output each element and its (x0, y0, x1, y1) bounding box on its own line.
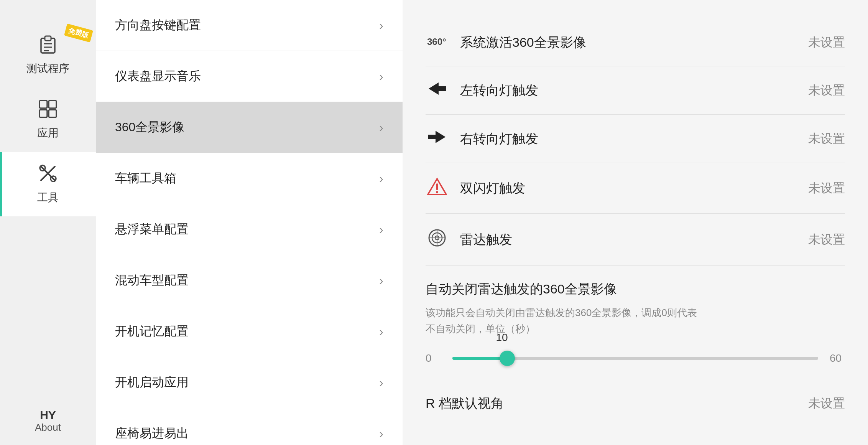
free-badge: 免费版 (64, 23, 93, 42)
arrow-boot-app: › (379, 376, 383, 390)
label-right-turn: 右转向灯触发 (460, 130, 538, 148)
label-left-turn: 左转向灯触发 (460, 82, 538, 99)
about-title: HY (40, 409, 56, 422)
label-radar: 雷达触发 (460, 231, 512, 249)
menu-item-floating[interactable]: 悬浮菜单配置 › (96, 204, 403, 255)
svg-text:360°: 360° (427, 36, 446, 47)
apps-icon (38, 99, 58, 122)
menu-item-steering[interactable]: 方向盘按键配置 › (96, 0, 403, 51)
menu-item-boot-app[interactable]: 开机启动应用 › (96, 357, 403, 408)
svg-rect-7 (39, 110, 47, 117)
value-left-turn: 未设置 (808, 82, 845, 99)
label-hazard: 双闪灯触发 (460, 180, 525, 197)
menu-item-boot-memory[interactable]: 开机记忆配置 › (96, 306, 403, 357)
menu-label-panorama: 360全景影像 (115, 119, 184, 136)
arrow-seat: › (379, 427, 383, 441)
menu-item-panorama[interactable]: 360全景影像 › (96, 102, 403, 153)
icon-arrow-left (426, 81, 449, 100)
sidebar: 免费版 测试程序 应用 (0, 0, 96, 445)
menu-label-toolbox: 车辆工具箱 (115, 170, 176, 187)
setting-left-activate-360: 360° 系统激活360全景影像 (426, 34, 586, 51)
value-hazard: 未设置 (808, 180, 845, 197)
menu-item-toolbox[interactable]: 车辆工具箱 › (96, 153, 403, 204)
sidebar-item-tools[interactable]: 工具 (0, 152, 96, 216)
value-activate-360: 未设置 (808, 34, 845, 51)
menu-item-hybrid[interactable]: 混动车型配置 › (96, 255, 403, 306)
menu-label-seat: 座椅易进易出 (115, 425, 189, 442)
setting-left-hazard: 双闪灯触发 (426, 178, 525, 199)
arrow-floating: › (379, 222, 383, 237)
auto-close-section: 自动关闭雷达触发的360全景影像 该功能只会自动关闭由雷达触发的360全景影像，… (426, 266, 845, 380)
auto-close-desc: 该功能只会自动关闭由雷达触发的360全景影像，调成0则代表不自动关闭，单位（秒） (426, 305, 845, 337)
tools-icon (38, 163, 58, 186)
menu-label-hybrid: 混动车型配置 (115, 272, 189, 289)
setting-radar[interactable]: 雷达触发 未设置 (426, 214, 845, 266)
sidebar-label-test: 测试程序 (26, 61, 69, 76)
svg-rect-6 (49, 101, 56, 108)
value-r-gear: 未设置 (808, 395, 845, 412)
menu-item-dashboard[interactable]: 仪表盘显示音乐 › (96, 51, 403, 102)
icon-360: 360° (426, 34, 449, 51)
setting-right-turn[interactable]: 右转向灯触发 未设置 (426, 115, 845, 163)
setting-hazard[interactable]: 双闪灯触发 未设置 (426, 163, 845, 214)
menu-label-steering: 方向盘按键配置 (115, 17, 201, 34)
setting-left-right-turn: 右转向灯触发 (426, 129, 538, 148)
svg-rect-8 (49, 110, 56, 117)
svg-rect-15 (438, 86, 446, 91)
value-right-turn: 未设置 (808, 130, 845, 147)
icon-radar (426, 228, 449, 251)
icon-warning (426, 178, 449, 199)
auto-close-title: 自动关闭雷达触发的360全景影像 (426, 280, 845, 298)
setting-r-gear[interactable]: R 档默认视角 未设置 (426, 380, 845, 427)
svg-rect-17 (428, 135, 436, 139)
arrow-panorama: › (379, 120, 383, 135)
value-radar: 未设置 (808, 231, 845, 248)
sidebar-item-test[interactable]: 免费版 测试程序 (0, 23, 96, 87)
menu-label-dashboard: 仪表盘显示音乐 (115, 68, 201, 85)
slider-current-value: 10 (496, 331, 508, 344)
icon-arrow-right (426, 129, 449, 148)
menu-label-boot-memory: 开机记忆配置 (115, 323, 189, 340)
svg-rect-1 (45, 36, 51, 41)
sidebar-about[interactable]: HY About (0, 397, 96, 445)
slider-min: 0 (426, 352, 441, 364)
setting-activate-360[interactable]: 360° 系统激活360全景影像 未设置 (426, 19, 845, 66)
sidebar-item-apps[interactable]: 应用 (0, 87, 96, 152)
slider-container: 0 10 60 (426, 352, 845, 364)
svg-point-20 (436, 191, 438, 193)
menu-label-floating: 悬浮菜单配置 (115, 221, 189, 238)
svg-marker-14 (429, 82, 439, 95)
active-indicator (0, 152, 2, 216)
sidebar-label-tools: 工具 (37, 190, 59, 205)
arrow-hybrid: › (379, 274, 383, 288)
slider-track[interactable]: 10 (452, 357, 818, 360)
svg-rect-5 (39, 101, 47, 108)
about-subtitle: About (35, 422, 61, 433)
slider-max: 60 (830, 352, 845, 364)
sidebar-label-apps: 应用 (37, 126, 59, 140)
arrow-boot-memory: › (379, 325, 383, 339)
label-activate-360: 系统激活360全景影像 (460, 34, 586, 51)
setting-left-radar: 雷达触发 (426, 228, 512, 251)
setting-left-left-turn: 左转向灯触发 (426, 81, 538, 100)
setting-left-r-gear: R 档默认视角 (426, 395, 504, 412)
slider-fill (452, 357, 507, 360)
slider-thumb[interactable]: 10 (500, 351, 515, 366)
arrow-dashboard: › (379, 69, 383, 84)
setting-left-turn[interactable]: 左转向灯触发 未设置 (426, 66, 845, 115)
menu-item-seat[interactable]: 座椅易进易出 › (96, 408, 403, 445)
svg-marker-16 (436, 131, 446, 143)
label-r-gear: R 档默认视角 (426, 395, 504, 412)
right-panel: 360° 系统激活360全景影像 未设置 左转向灯触发 未设置 (403, 0, 868, 445)
menu-label-boot-app: 开机启动应用 (115, 374, 189, 391)
test-icon (38, 35, 58, 58)
arrow-toolbox: › (379, 171, 383, 186)
arrow-steering: › (379, 18, 383, 33)
menu-panel: 方向盘按键配置 › 仪表盘显示音乐 › 360全景影像 › 车辆工具箱 › 悬浮… (96, 0, 403, 445)
